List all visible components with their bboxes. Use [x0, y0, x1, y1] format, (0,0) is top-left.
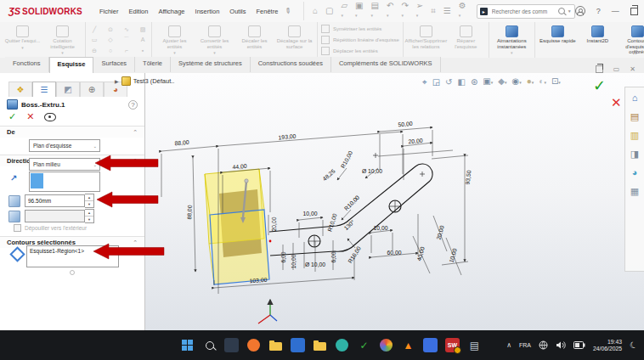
- apply-scene-icon[interactable]: ◐▾: [539, 76, 546, 87]
- menu-edition[interactable]: Edition: [123, 5, 153, 18]
- print-icon-caret[interactable]: ▾: [371, 14, 374, 19]
- sketch-entity-icon[interactable]: ∿: [121, 25, 132, 33]
- depth-field[interactable]: 96.50mm: [25, 194, 85, 207]
- draft-spinner[interactable]: ▲▼: [85, 209, 94, 223]
- selected-contours-box[interactable]: Esquisse1-Région<1>: [26, 245, 119, 267]
- list-icon[interactable]: ☰: [443, 7, 451, 15]
- dimxpert-tab-icon[interactable]: ⊕: [80, 82, 104, 97]
- trim-entities-icon-caret[interactable]: ▾: [173, 50, 176, 55]
- direction-reference-box[interactable]: [29, 172, 100, 192]
- cmd-convert-entities[interactable]: Convertir les entités▾: [195, 24, 234, 56]
- tab-t-lerie[interactable]: Tôlerie: [135, 57, 171, 72]
- options-gear-icon-caret[interactable]: ▾: [459, 14, 461, 19]
- draft-field[interactable]: [25, 210, 85, 222]
- cancel-button[interactable]: ✕: [26, 111, 34, 122]
- taskbar-firefox[interactable]: [246, 338, 261, 352]
- menu-fenêtre[interactable]: Fenêtre: [251, 5, 284, 18]
- panel-help-icon[interactable]: ?: [128, 100, 138, 110]
- search-icon[interactable]: [558, 8, 565, 14]
- section-from[interactable]: De ⌃: [0, 126, 144, 138]
- attach-icon[interactable]: ⌗: [431, 7, 436, 15]
- select-icon-caret[interactable]: ▾: [416, 14, 419, 19]
- edit-appearance-icon-caret[interactable]: ▾: [532, 80, 534, 85]
- sketch-entity-icon[interactable]: ▪: [138, 47, 148, 54]
- cmd-move-entities[interactable]: Déplacer les entités: [321, 47, 399, 55]
- language-indicator[interactable]: FRA: [519, 342, 531, 348]
- taskbar-explorer[interactable]: [268, 338, 283, 352]
- new-document-icon[interactable]: ▢: [325, 7, 333, 15]
- sketch-entity-icon[interactable]: ⌐: [121, 47, 132, 54]
- cmd-repair-sketch[interactable]: Réparer l'esquisse: [446, 24, 486, 56]
- view-palette-icon[interactable]: ◨: [630, 149, 639, 159]
- sketch-entity-icon[interactable]: ▨: [138, 25, 148, 33]
- hide-show-items-icon[interactable]: ◉▾: [512, 76, 522, 87]
- previous-view-icon[interactable]: ↺: [445, 77, 452, 87]
- menu-fichier[interactable]: Fichier: [94, 5, 124, 18]
- search-input[interactable]: [490, 8, 556, 15]
- taskbar-printer[interactable]: ▤: [467, 338, 482, 352]
- taskbar-edge[interactable]: [335, 338, 349, 352]
- tree-expand-icon[interactable]: ▶: [115, 78, 119, 84]
- view-orientation-icon-caret[interactable]: ▾: [491, 80, 494, 85]
- resources-icon[interactable]: ⌂: [632, 93, 638, 103]
- view-settings-icon-caret[interactable]: ▾: [558, 80, 561, 85]
- sketch-entity-icon[interactable]: ╱: [89, 25, 99, 33]
- tab-constructions-soud-es[interactable]: Constructions soudées: [251, 57, 331, 72]
- open-icon-caret[interactable]: ▾: [341, 14, 343, 19]
- sketch-entity-icon[interactable]: A: [138, 36, 148, 43]
- view-orientation-icon[interactable]: ▣▾: [483, 76, 493, 87]
- battery-icon[interactable]: [573, 341, 585, 349]
- cmd-rapid-sketch[interactable]: Esquisse rapide: [538, 24, 578, 56]
- exit-sketch-icon-caret[interactable]: ▾: [21, 45, 24, 50]
- from-dropdown-caret-icon[interactable]: ⌄: [93, 143, 97, 149]
- doc-close-icon[interactable]: ✕: [630, 65, 636, 73]
- propertymanager-tab-icon[interactable]: ☰: [32, 82, 56, 97]
- cmd-offset-entities[interactable]: Décaler les entités: [234, 24, 274, 56]
- instant-snaps-icon-caret[interactable]: ▾: [511, 50, 513, 55]
- view-settings-icon[interactable]: ⊡▾: [551, 76, 561, 87]
- sketch-entity-icon[interactable]: ○: [105, 47, 116, 54]
- smart-dimension-icon-caret[interactable]: ▾: [61, 50, 64, 55]
- open-icon[interactable]: ▱ ▾: [341, 2, 347, 20]
- from-dropdown[interactable]: Plan d'esquisse ⌄: [29, 139, 100, 152]
- menu-insertion[interactable]: Insertion: [190, 5, 225, 18]
- search-caret-icon[interactable]: ▼: [568, 8, 572, 14]
- save-icon[interactable]: ▣ ▾: [355, 2, 363, 20]
- display-style-icon[interactable]: ◆▾: [498, 76, 506, 87]
- configurationmanager-tab-icon[interactable]: ◩: [56, 82, 80, 97]
- cmd-instant2d[interactable]: Instant2D: [578, 24, 618, 56]
- undo-icon[interactable]: ↶ ▾: [387, 2, 393, 20]
- end-condition-dropdown[interactable]: Plan milieu ⌄: [29, 158, 100, 171]
- tab-fonctions[interactable]: Fonctions: [5, 57, 49, 72]
- file-explorer-icon[interactable]: ▥: [630, 130, 639, 140]
- taskbar-app-dark[interactable]: [224, 338, 239, 352]
- undo-icon-caret[interactable]: ▾: [387, 14, 389, 19]
- volume-icon[interactable]: [556, 340, 566, 350]
- section-from-chevron-icon[interactable]: ⌃: [133, 129, 138, 136]
- redo-icon[interactable]: ↷ ▾: [401, 2, 408, 20]
- taskbar-photos[interactable]: [379, 338, 393, 352]
- taskbar-folder-2[interactable]: [313, 338, 327, 352]
- command-search[interactable]: ▸ ▼: [477, 4, 575, 19]
- help-icon[interactable]: ?: [596, 7, 601, 15]
- zoom-fit-icon[interactable]: ⌖: [422, 77, 427, 87]
- section-contours-chevron-icon[interactable]: ⌃: [133, 239, 138, 246]
- ok-button[interactable]: ✓: [8, 111, 16, 122]
- hide-show-items-icon-caret[interactable]: ▾: [519, 80, 522, 85]
- clock[interactable]: 19:43 24/06/2025: [593, 339, 622, 352]
- pin-menu-icon[interactable]: ✎: [283, 6, 293, 17]
- redo-icon-caret[interactable]: ▾: [401, 14, 404, 19]
- display-style-icon-caret[interactable]: ▾: [505, 80, 507, 85]
- cmd-trim-entities[interactable]: Ajuster les entités▾: [155, 24, 195, 56]
- cmd-smart-dimension[interactable]: Cotation intelligente▾: [42, 24, 82, 56]
- cmd-surface-offset[interactable]: Décalage sur la surface: [274, 24, 314, 56]
- appearances-icon[interactable]: ◕: [632, 167, 638, 177]
- tab-esquisse[interactable]: Esquisse: [49, 57, 94, 74]
- taskbar-antivirus-check[interactable]: ✓: [357, 338, 371, 352]
- select-icon[interactable]: ➢ ▾: [416, 2, 423, 20]
- minimize-button[interactable]: —: [612, 7, 619, 15]
- draft-outward-checkbox[interactable]: [14, 224, 21, 232]
- doc-restore-icon[interactable]: [596, 65, 603, 73]
- taskbar-outlook[interactable]: [291, 338, 305, 352]
- zoom-area-icon[interactable]: ◲: [432, 77, 440, 87]
